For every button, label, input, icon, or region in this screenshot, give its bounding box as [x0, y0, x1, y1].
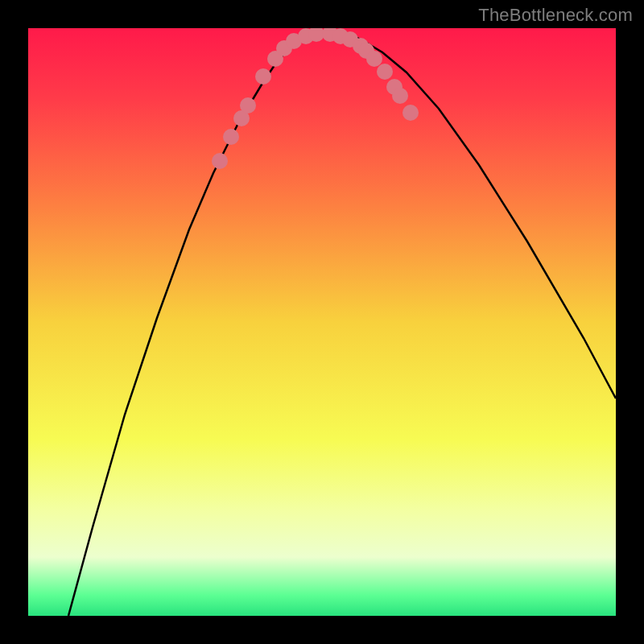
marker-dot [255, 68, 271, 85]
marker-dot [223, 129, 239, 145]
marker-dot [212, 153, 228, 169]
marker-dot [240, 97, 256, 114]
gradient-background [28, 28, 616, 616]
plot-area [28, 28, 616, 616]
marker-dot [402, 105, 419, 121]
plot-svg [28, 28, 616, 616]
chart-frame: TheBottleneck.com [0, 0, 644, 644]
marker-dot [377, 64, 393, 80]
marker-dot [366, 51, 382, 67]
marker-dot [392, 88, 408, 104]
watermark-text: TheBottleneck.com [478, 5, 633, 26]
